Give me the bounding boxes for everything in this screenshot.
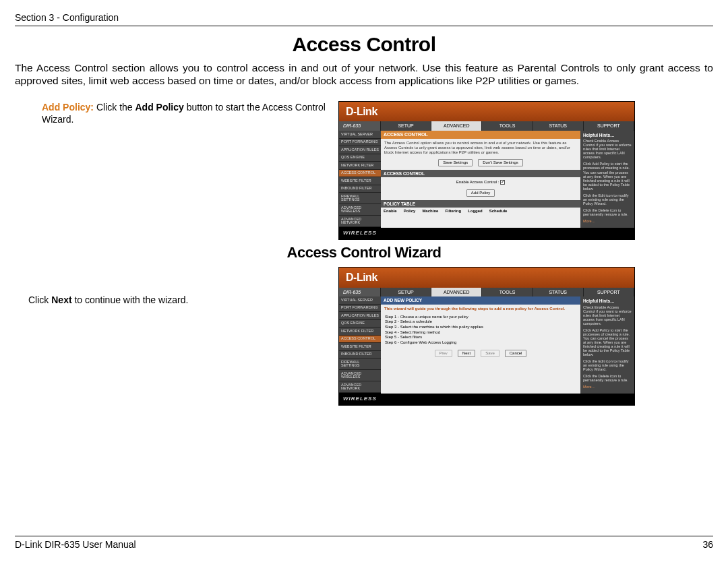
step-4: Step 4 - Select filtering method (385, 330, 576, 335)
tab-setup[interactable]: SETUP (381, 121, 431, 131)
add-policy-label: Add Policy: (42, 102, 94, 113)
wizard-prefix: Click (28, 294, 51, 305)
step-1: Step 1 - Choose a unique name for your p… (385, 315, 576, 319)
th-logged: Logged (468, 209, 483, 214)
side2-port-forwarding[interactable]: PORT FORWARDING (339, 305, 381, 313)
tab-setup-2[interactable]: SETUP (381, 288, 431, 297)
side-inbound-filter[interactable]: INBOUND FILTER (339, 185, 381, 193)
wizard-intro: This wizard will guide you through the f… (381, 305, 580, 313)
wizard-heading: Access Control Wizard (15, 244, 713, 261)
shot-body-2: VIRTUAL SERVER PORT FORWARDING APPLICATI… (339, 296, 634, 394)
step-6: Step 6 - Configure Web Access Logging (385, 340, 576, 345)
next-button[interactable]: Next (458, 350, 475, 357)
hint-2: Click Add Policy to start the processes … (583, 162, 632, 190)
step-2: Step 2 - Select a schedule (385, 319, 576, 324)
hint2-1: Check Enable Access Control if you want … (583, 305, 632, 325)
side2-inbound-filter[interactable]: INBOUND FILTER (339, 351, 381, 359)
router-screenshot-2: D-Link DIR-635 SETUP ADVANCED TOOLS STAT… (338, 267, 635, 406)
ac-description: The Access Control option allows you to … (381, 139, 580, 158)
wireless-bar-2: WIRELESS (339, 394, 634, 405)
wizard-title-bar: ADD NEW POLICY (381, 296, 580, 304)
side2-qos[interactable]: QOS ENGINE (339, 320, 381, 328)
side-adv-network[interactable]: ADVANCED NETWORK (339, 216, 381, 227)
hints-title-2: Helpful Hints… (583, 299, 632, 303)
hints-more[interactable]: More… (583, 219, 632, 223)
th-enable: Enable (384, 209, 397, 214)
policy-table-bar: POLICY TABLE (381, 200, 580, 208)
add-policy-row-btn: Add Policy (381, 187, 580, 200)
hint-4: Click the Delete icon to permanently rem… (583, 208, 632, 216)
side-application-rules[interactable]: APPLICATION RULES (339, 146, 381, 154)
side2-network-filter[interactable]: NETWORK FILTER (339, 327, 381, 336)
wizard-bold: Next (51, 294, 71, 305)
wizard-buttons: Prev Next Save Cancel (381, 346, 580, 363)
side-access-control[interactable]: ACCESS CONTROL (339, 170, 381, 178)
tab-advanced[interactable]: ADVANCED (431, 121, 482, 131)
side-network-filter[interactable]: NETWORK FILTER (339, 162, 381, 170)
step-5: Step 5 - Select filters (385, 335, 576, 340)
add-policy-prefix: Click the (96, 102, 135, 113)
save-button: Save (481, 350, 499, 357)
router-sidebar-2: VIRTUAL SERVER PORT FORWARDING APPLICATI… (339, 296, 381, 394)
model-label: DIR-635 (339, 121, 381, 131)
nav-row: DIR-635 SETUP ADVANCED TOOLS STATUS SUPP… (339, 121, 634, 131)
tab-status-2[interactable]: STATUS (533, 288, 584, 297)
nav-row-2: DIR-635 SETUP ADVANCED TOOLS STATUS SUPP… (339, 288, 634, 297)
side-adv-wireless[interactable]: ADVANCED WIRELESS (339, 204, 381, 216)
page-footer: D-Link DIR-635 User Manual 36 (15, 536, 713, 550)
save-settings-button[interactable]: Save Settings (438, 159, 473, 166)
center-pane: ACCESS CONTROL The Access Control option… (381, 131, 580, 228)
enable-row: Enable Access Control : (381, 177, 580, 187)
ac-section-bar: ACCESS CONTROL (381, 170, 580, 177)
footer-page: 36 (702, 539, 713, 550)
table-empty (381, 214, 580, 228)
center-pane-2: ADD NEW POLICY This wizard will guide yo… (381, 296, 580, 394)
side2-adv-network[interactable]: ADVANCED NETWORK (339, 381, 381, 393)
page-header: Section 3 - Configuration (15, 12, 713, 26)
wizard-steps: Step 1 - Choose a unique name for your p… (381, 313, 580, 347)
dlink-logo-2: D-Link (339, 268, 634, 288)
hint2-4: Click the Delete icon to permanently rem… (583, 374, 632, 382)
add-policy-bold: Add Policy (135, 102, 183, 113)
side-port-forwarding[interactable]: PORT FORWARDING (339, 139, 381, 147)
side2-virtual-server[interactable]: VIRTUAL SERVER (339, 296, 381, 305)
enable-checkbox[interactable] (500, 180, 505, 185)
router-sidebar: VIRTUAL SERVER PORT FORWARDING APPLICATI… (339, 131, 381, 228)
tab-tools[interactable]: TOOLS (482, 121, 533, 131)
wireless-bar: WIRELESS (339, 228, 634, 239)
tab-support[interactable]: SUPPORT (584, 121, 634, 131)
tab-support-2[interactable]: SUPPORT (584, 288, 634, 297)
th-policy: Policy (404, 209, 416, 214)
shot-body: VIRTUAL SERVER PORT FORWARDING APPLICATI… (339, 131, 634, 228)
side2-application-rules[interactable]: APPLICATION RULES (339, 312, 381, 320)
wizard-text: Click Next to continue with the wizard. (15, 267, 332, 406)
side2-adv-wireless[interactable]: ADVANCED WIRELESS (339, 370, 381, 381)
side2-website-filter[interactable]: WEBSITE FILTER (339, 343, 381, 351)
tab-advanced-2[interactable]: ADVANCED (431, 288, 482, 297)
th-filtering: Filtering (445, 209, 461, 214)
side2-firewall[interactable]: FIREWALL SETTINGS (339, 358, 381, 370)
dlink-logo: D-Link (339, 102, 634, 122)
hint-3: Click the Edit icon to modify an existin… (583, 193, 632, 206)
hints-pane: Helpful Hints… Check Enable Access Contr… (580, 131, 634, 228)
tab-tools-2[interactable]: TOOLS (482, 288, 533, 297)
router-screenshot-1: D-Link DIR-635 SETUP ADVANCED TOOLS STAT… (338, 101, 635, 240)
tab-status[interactable]: STATUS (533, 121, 584, 131)
settings-buttons: Save Settings Don't Save Settings (381, 157, 580, 170)
cancel-button[interactable]: Cancel (505, 350, 527, 357)
side-qos[interactable]: QOS ENGINE (339, 154, 381, 162)
hint2-3: Click the Edit icon to modify an existin… (583, 359, 632, 371)
add-policy-text: Add Policy: Click the Add Policy button … (15, 101, 332, 240)
side-virtual-server[interactable]: VIRTUAL SERVER (339, 131, 381, 139)
ac-title-bar: ACCESS CONTROL (381, 131, 580, 139)
dont-save-button[interactable]: Don't Save Settings (478, 159, 523, 166)
add-policy-button[interactable]: Add Policy (466, 189, 495, 197)
policy-table-head: Enable Policy Machine Filtering Logged S… (381, 208, 580, 215)
wizard-fill (381, 363, 580, 372)
hints-more-2[interactable]: More… (583, 385, 632, 389)
side-website-filter[interactable]: WEBSITE FILTER (339, 177, 381, 185)
side2-access-control[interactable]: ACCESS CONTROL (339, 336, 381, 344)
side-firewall[interactable]: FIREWALL SETTINGS (339, 193, 381, 204)
wizard-suffix: to continue with the wizard. (72, 294, 189, 305)
intro-paragraph: The Access Control section allows you to… (15, 61, 713, 88)
